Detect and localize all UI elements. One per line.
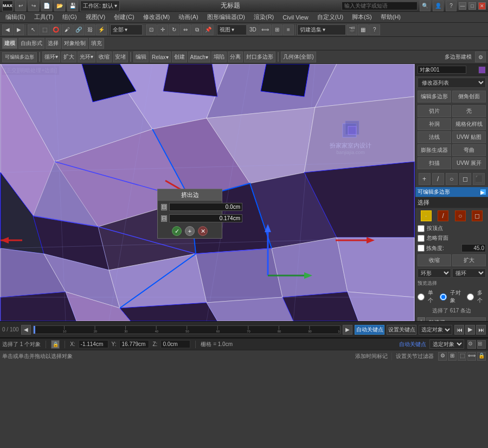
tb-select-region[interactable]: ⬚ [39,24,50,35]
menu-animation[interactable]: 动画(A) [174,12,203,22]
btn-detach[interactable]: 分离 [228,52,243,62]
btn-create[interactable]: 创建 [172,52,187,62]
bottom-icon2[interactable]: ⊞ [448,352,457,361]
set-key-btn[interactable]: 设置关键点 [387,325,416,335]
tb-3d[interactable]: 3D [247,24,259,35]
icon-element[interactable]: ⬛ [473,173,485,185]
radio-single[interactable] [418,293,425,300]
btn-collapse[interactable]: 塌陷 [211,52,227,62]
btn-bend[interactable]: 弯曲 [452,144,486,156]
btn-grow[interactable]: 扩大 [452,254,486,266]
tb-back[interactable]: ◀ [2,24,13,35]
menu-view[interactable]: 视图(V) [81,12,110,22]
lock-icon[interactable]: 🔒 [51,340,60,349]
btn-uvw-unwrap[interactable]: UVW 展开 [452,157,486,169]
btn-shrink[interactable]: 收缩 [418,254,451,266]
auto-key-select[interactable]: 选定对象 [429,340,464,349]
tb-move[interactable]: ✛ [157,24,168,35]
btn-edit[interactable]: 编辑 [133,52,149,62]
tb-lasso[interactable]: ⭕ [50,24,61,35]
btn-normalize[interactable]: 规格化样线 [452,118,486,130]
bottom-icon1[interactable]: ⚙ [438,352,447,361]
btn-inflate[interactable]: 膨胀生成器 [418,144,451,156]
menu-graph-editor[interactable]: 图形编辑器(D) [203,12,249,22]
y-input[interactable] [119,340,149,348]
user-btn[interactable]: 👤 [433,1,444,11]
btn-ring[interactable]: 光环▾ [78,52,95,62]
btn-sweep[interactable]: 扫描 [418,157,451,169]
btn-slice[interactable]: 切片 [418,105,451,117]
tb-rotate[interactable]: ↻ [169,24,179,35]
icon-polygon[interactable]: ◻ [459,173,471,185]
status-btn1[interactable]: ⚙ [467,340,476,349]
tb-align[interactable]: ⊞ [272,24,282,35]
by-vertex-check[interactable] [418,225,425,232]
ring-select[interactable]: 环形 [418,268,451,278]
search-btn[interactable]: 🔍 [420,1,431,11]
btn-cap[interactable]: 封口多边形 [244,52,275,62]
tb-redo[interactable]: ↪ [28,1,39,11]
menu-help[interactable]: 帮助(H) [376,12,405,22]
tb-link[interactable]: 🔗 [73,24,84,35]
select-icon-edge[interactable]: / [438,210,448,221]
tb-new[interactable]: 📄 [41,1,52,11]
timeline-prev-btn[interactable]: ◀ [21,325,31,335]
angle-check[interactable] [418,245,425,252]
tb-transform[interactable]: ⧉ [191,24,202,35]
select-icon-border[interactable]: ○ [455,210,466,221]
named-select-dropdown[interactable]: 切建选集 ▾ [297,24,346,35]
menu-customize[interactable]: 自定义(U) [313,12,348,22]
menu-modifiers[interactable]: 修改器(M) [139,12,175,22]
tb-help[interactable]: ? [369,24,380,35]
editable-poly-btn[interactable]: 可编辑多边形 [2,52,37,62]
filter-dropdown[interactable]: 全部 ▾ [110,24,143,35]
bottom-icon4[interactable]: ⟺ [467,352,476,361]
radio-multi[interactable] [467,293,474,300]
btn-cap-holes[interactable]: 补洞 [418,118,451,130]
tb-placement[interactable]: 📌 [203,24,214,35]
tb-render-frame[interactable]: ▦ [358,24,369,35]
tb-select[interactable]: ⊡ [146,24,157,35]
tb-select-pointer[interactable]: ↖ [28,24,38,35]
menu-render[interactable]: 渲染(R) [249,12,278,22]
z-input[interactable] [160,340,190,348]
timeline-next-btn[interactable]: ▶ [343,325,352,335]
btn-geometry[interactable]: 几何体(全部) [281,52,316,62]
select-icon-vertex[interactable]: · [421,210,432,221]
status-btn2[interactable]: ⊞ [477,340,486,349]
workspace-dropdown[interactable]: 工作区: 默认 ▾ [80,1,120,11]
angle-input[interactable] [461,244,486,252]
x-input[interactable] [79,340,108,348]
btn-grow[interactable]: 扩大 [61,52,76,62]
extrude-input1[interactable] [169,203,242,211]
tb-bind[interactable]: ⚡ [96,24,107,35]
select-icon-poly[interactable]: ◻ [472,210,483,221]
btn-uvw-map[interactable]: UVW 贴图 [452,131,486,143]
help-btn[interactable]: ? [446,1,457,11]
tb-layer[interactable]: ≡ [283,24,294,35]
loop-select[interactable]: 循环 [452,268,486,278]
tb-mirror[interactable]: ⟺ [259,24,271,35]
tab-modeling[interactable]: 建模 [2,38,17,49]
tb-open[interactable]: 📂 [54,1,65,11]
extrude-ok-btn[interactable]: ✓ [172,226,182,236]
btn-shrink[interactable]: 收缩 [97,52,112,62]
tb-scale[interactable]: ⇔ [180,24,191,35]
expand-btn1[interactable]: + [418,317,425,321]
search-input[interactable] [342,2,418,10]
tab-freeform[interactable]: 自由形式 [18,38,44,49]
btn-settings[interactable]: ⚙ [475,52,486,62]
maximize-btn[interactable]: □ [468,2,476,10]
play-next-btn[interactable]: ⏭ [476,325,486,335]
view-dropdown[interactable]: 视图 ▾ [217,24,247,35]
tb-forward[interactable]: ▶ [14,24,24,35]
icon-border[interactable]: ○ [446,173,458,185]
viewport[interactable]: [正交][明暗处理+边面] [0,64,415,321]
minimize-btn[interactable]: — [459,2,466,10]
icon-vertex[interactable]: + [419,173,431,185]
object-name-input[interactable] [418,66,466,74]
soft-select-btn[interactable]: 软选择 [426,317,486,321]
tab-selection[interactable]: 选择 [46,38,61,49]
extrude-add-btn[interactable]: + [185,226,195,236]
menu-edit[interactable]: 编辑(E) [1,12,30,22]
